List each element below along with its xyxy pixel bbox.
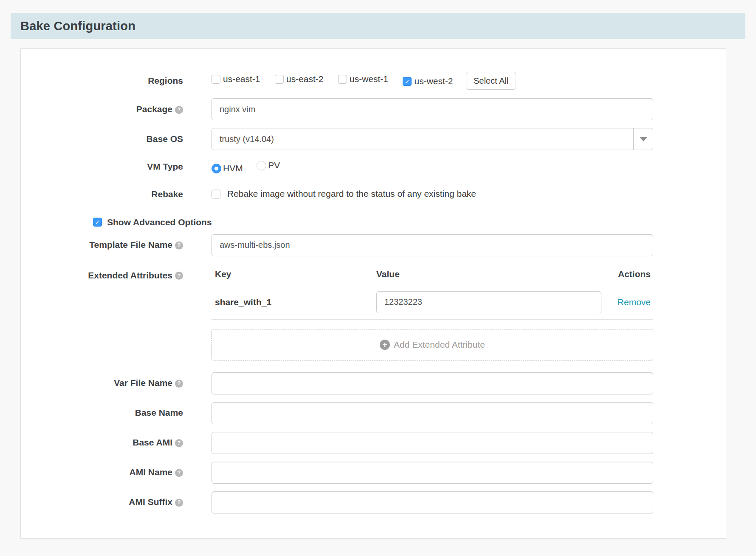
- help-icon[interactable]: ?: [175, 241, 183, 250]
- table-row: share_with_1 Remove: [212, 285, 653, 320]
- base-os-select[interactable]: trusty (v14.04): [212, 128, 653, 150]
- region-checkbox-us-west-1[interactable]: ✓ us-west-1: [338, 74, 388, 84]
- help-icon[interactable]: ?: [175, 439, 183, 447]
- base-ami-row: Base AMI?: [21, 432, 726, 454]
- check-icon: ✓: [95, 219, 100, 225]
- bake-configuration-panel: Regions ✓ us-east-1 ✓ us-east-2 ✓ us-wes…: [20, 48, 726, 539]
- page-title: Bake Configuration: [20, 19, 135, 33]
- base-name-row: Base Name: [21, 402, 726, 424]
- checkbox-icon[interactable]: ✓: [93, 218, 102, 227]
- ami-suffix-input[interactable]: [212, 491, 653, 513]
- attribute-value-input[interactable]: [376, 291, 601, 313]
- column-header-actions: Actions: [601, 269, 653, 279]
- base-name-input[interactable]: [212, 402, 653, 424]
- regions-label: Regions: [21, 75, 212, 86]
- extended-attributes-table: Key Value Actions share_with_1 Remove + …: [212, 269, 653, 360]
- help-icon[interactable]: ?: [175, 380, 183, 388]
- vm-type-label: VM Type: [21, 161, 212, 172]
- column-header-value: Value: [376, 269, 601, 279]
- help-icon[interactable]: ?: [175, 106, 183, 114]
- help-icon[interactable]: ?: [175, 499, 183, 507]
- base-ami-input[interactable]: [212, 432, 653, 454]
- regions-options: ✓ us-east-1 ✓ us-east-2 ✓ us-west-1 ✓ us…: [212, 72, 653, 90]
- column-header-key: Key: [212, 269, 376, 279]
- extended-attributes-row: Extended Attributes? Key Value Actions s…: [21, 269, 726, 360]
- help-icon[interactable]: ?: [175, 469, 183, 477]
- region-option-label: us-east-2: [286, 74, 324, 84]
- package-input[interactable]: [212, 98, 653, 120]
- vm-type-option-label: PV: [268, 160, 280, 170]
- ami-name-input[interactable]: [212, 462, 653, 484]
- region-option-label: us-east-1: [223, 74, 260, 84]
- ami-suffix-row: AMI Suffix?: [21, 491, 726, 513]
- base-os-label: Base OS: [21, 133, 212, 145]
- package-label: Package?: [21, 104, 212, 115]
- var-file-name-row: Var File Name?: [21, 372, 726, 394]
- checkbox-icon[interactable]: ✓: [275, 75, 284, 84]
- base-ami-label: Base AMI?: [21, 437, 212, 448]
- remove-attribute-link[interactable]: Remove: [618, 297, 651, 307]
- template-file-name-row: Template File Name?: [21, 234, 726, 256]
- checkbox-icon[interactable]: ✓: [403, 77, 412, 86]
- vm-type-radio-hvm[interactable]: HVM: [212, 163, 243, 173]
- attribute-key: share_with_1: [212, 297, 376, 307]
- base-name-label: Base Name: [21, 407, 212, 418]
- base-os-selected-value: trusty (v14.04): [212, 128, 633, 150]
- checkbox-icon[interactable]: ✓: [212, 75, 220, 84]
- help-icon[interactable]: ?: [175, 272, 183, 280]
- chevron-down-icon[interactable]: [633, 128, 653, 150]
- ami-name-row: AMI Name?: [21, 462, 726, 484]
- add-extended-attribute-label: Add Extended Attribute: [394, 340, 485, 350]
- vm-type-radio-pv[interactable]: PV: [257, 160, 280, 170]
- template-file-name-label: Template File Name?: [21, 239, 212, 250]
- rebake-checkbox-label: Rebake image without regard to the statu…: [227, 189, 476, 199]
- region-checkbox-us-west-2[interactable]: ✓ us-west-2: [403, 76, 453, 86]
- checkbox-icon[interactable]: ✓: [212, 190, 220, 199]
- ami-name-label: AMI Name?: [21, 467, 212, 478]
- region-checkbox-us-east-2[interactable]: ✓ us-east-2: [275, 74, 324, 84]
- add-extended-attribute-button[interactable]: + Add Extended Attribute: [212, 329, 653, 360]
- radio-icon[interactable]: [212, 164, 221, 173]
- select-all-button[interactable]: Select All: [466, 72, 516, 90]
- ami-suffix-label: AMI Suffix?: [21, 496, 212, 508]
- extended-attributes-header: Key Value Actions: [212, 269, 653, 285]
- section-header: Bake Configuration: [11, 13, 745, 39]
- var-file-name-input[interactable]: [212, 372, 653, 394]
- base-os-row: Base OS trusty (v14.04): [21, 128, 726, 150]
- checkbox-icon[interactable]: ✓: [338, 75, 347, 84]
- show-advanced-options-label: Show Advanced Options: [107, 217, 212, 227]
- rebake-label: Rebake: [21, 189, 212, 200]
- rebake-checkbox[interactable]: ✓ Rebake image without regard to the sta…: [212, 189, 476, 199]
- vm-type-option-label: HVM: [223, 163, 243, 173]
- region-option-label: us-west-2: [414, 76, 453, 86]
- rebake-row: Rebake ✓ Rebake image without regard to …: [21, 189, 726, 200]
- package-row: Package?: [21, 98, 726, 120]
- var-file-name-label: Var File Name?: [21, 377, 212, 389]
- regions-row: Regions ✓ us-east-1 ✓ us-east-2 ✓ us-wes…: [21, 72, 726, 90]
- radio-icon[interactable]: [257, 161, 266, 170]
- show-advanced-options-checkbox[interactable]: ✓ Show Advanced Options: [93, 217, 726, 227]
- region-option-label: us-west-1: [350, 74, 388, 84]
- vm-type-row: VM Type HVM PV: [21, 160, 726, 173]
- check-icon: ✓: [405, 78, 410, 85]
- plus-icon: +: [380, 340, 390, 350]
- extended-attributes-label: Extended Attributes?: [21, 269, 212, 281]
- region-checkbox-us-east-1[interactable]: ✓ us-east-1: [212, 74, 260, 84]
- template-file-name-input[interactable]: [212, 234, 653, 256]
